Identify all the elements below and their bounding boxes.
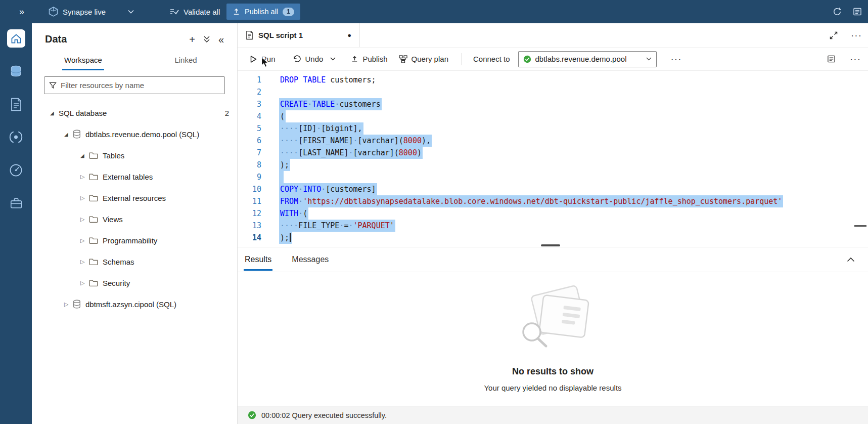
tab-linked[interactable]: Linked [134,49,237,71]
tree-row[interactable]: ▷dbtmsft.azsyn.cipool (SQL) [32,293,237,315]
environment-selector[interactable]: Synapse live [49,0,134,23]
tree-row[interactable]: ▷Views [32,208,237,230]
code-line[interactable]: 12WITH·( [238,207,868,220]
code-text: ····FILE_TYPE·=·'PARQUET' [279,220,395,232]
folder-icon [89,173,98,181]
publish-button[interactable]: Publish [351,55,387,63]
publish-icon [351,55,358,63]
run-button[interactable]: Run [250,55,276,63]
code-text: ····[ID]·[bigint], [279,122,363,135]
manage-nav-item[interactable] [7,194,25,212]
caret-collapsed-icon[interactable]: ▷ [80,195,89,201]
code-line[interactable]: 3CREATE·TABLE·customers [238,98,868,110]
tab-sql-script-1[interactable]: SQL script 1 ● [238,23,360,47]
caret-expanded-icon[interactable]: ◢ [64,132,73,137]
top-bar: » Synapse live Validate all Publish all … [0,0,868,23]
line-number: 14 [238,232,261,244]
panel-title: Data [45,33,67,45]
filter-input[interactable] [61,81,220,90]
monitor-nav-item[interactable] [7,161,25,179]
line-number: 4 [238,110,261,122]
publish-all-button[interactable]: Publish all 1 [226,4,300,20]
validate-icon [170,8,179,16]
code-line[interactable]: 8); [238,159,868,171]
refresh-button[interactable] [833,0,842,23]
environment-label: Synapse live [63,8,106,16]
query-plan-button[interactable]: Query plan [399,55,448,63]
code-line[interactable]: 9 [238,171,868,183]
resource-tree: ◢SQL database2◢dbtlabs.revenue.demo.pool… [32,102,237,315]
folder-icon [89,237,98,244]
code-line[interactable]: 11FROM·'https://dbtlabsynapsedatalake.bl… [238,195,868,207]
data-panel: Data + « Workspace Linked ◢SQL database2… [32,23,238,424]
code-line[interactable]: 5····[ID]·[bigint], [238,122,868,135]
expand-menu-label: » [19,7,24,17]
caret-collapsed-icon[interactable]: ▷ [64,301,73,308]
develop-nav-item[interactable] [7,95,25,113]
tree-row[interactable]: ▷Programmability [32,230,237,251]
data-nav-item[interactable] [7,62,25,80]
code-text: ); [279,159,290,171]
tree-row[interactable]: ▷External resources [32,187,237,208]
folder-icon [89,279,98,287]
scrollbar-thumb[interactable] [854,225,866,227]
develop-icon [10,98,22,111]
tree-row[interactable]: ◢dbtlabs.revenue.demo.pool (SQL) [32,123,237,145]
caret-expanded-icon[interactable]: ◢ [50,110,59,116]
code-line[interactable]: 1DROP TABLE customers; [238,74,868,86]
workspace-properties-button[interactable] [853,0,862,23]
database-icon [73,130,81,139]
code-text: ( [279,110,286,122]
tree-row[interactable]: ◢SQL database2 [32,102,237,123]
expand-menu-button[interactable]: » [19,0,24,23]
add-resource-button[interactable]: + [189,34,195,45]
caret-expanded-icon[interactable]: ◢ [80,153,89,158]
caret-collapsed-icon[interactable]: ▷ [80,216,89,223]
tree-row[interactable]: ◢Tables [32,145,237,166]
validate-all-button[interactable]: Validate all [170,0,220,23]
tree-row[interactable]: ▷External tables [32,166,237,187]
caret-collapsed-icon[interactable]: ▷ [80,237,89,244]
tree-row[interactable]: ▷Schemas [32,251,237,272]
code-editor[interactable]: 1DROP TABLE customers;23CREATE·TABLE·cus… [238,71,868,247]
code-line[interactable]: 10COPY·INTO·[customers] [238,183,868,195]
format-document-icon[interactable] [827,55,836,63]
code-line[interactable]: 6····[FIRST_NAME]·[varchar](8000), [238,135,868,147]
double-chevron-icon[interactable] [203,35,210,43]
tab-messages[interactable]: Messages [291,247,330,272]
collapse-panel-icon[interactable]: « [218,34,224,45]
toolbar-more-actions[interactable]: ··· [671,54,682,65]
caret-collapsed-icon[interactable]: ▷ [80,280,89,286]
code-line[interactable]: 2 [238,86,868,98]
split-resize-handle[interactable] [541,244,560,246]
refresh-icon [833,7,842,16]
integrate-nav-item[interactable] [7,128,25,146]
caret-collapsed-icon[interactable]: ▷ [80,174,89,180]
line-number: 7 [238,147,261,159]
code-line[interactable]: 14); [238,232,868,244]
connect-to-dropdown[interactable]: dbtlabs.revenue.demo.pool [518,51,657,67]
editor-toolbar: Run Undo Publish Query plan Connect to [238,48,868,71]
line-number: 6 [238,135,261,147]
code-line[interactable]: 7····[LAST_NAME]·[varchar](8000) [238,147,868,159]
line-number: 1 [238,74,261,86]
collapse-results-icon[interactable] [847,257,855,262]
sql-script-icon [246,30,253,40]
tree-row[interactable]: ▷Security [32,272,237,293]
code-text: ····[FIRST_NAME]·[varchar](8000), [279,135,432,147]
tab-results[interactable]: Results [244,247,272,272]
code-line[interactable]: 13····FILE_TYPE·=·'PARQUET' [238,220,868,232]
tab-workspace[interactable]: Workspace [32,49,134,71]
chevron-down-icon[interactable] [128,10,134,14]
undo-dropdown-chevron[interactable] [330,57,336,61]
home-nav-item[interactable] [7,29,25,48]
tab-more-actions[interactable]: ··· [851,30,862,41]
line-number: 12 [238,207,261,220]
undo-button[interactable]: Undo [293,55,324,63]
tree-item-label: Schemas [103,258,134,266]
expand-editor-icon[interactable] [830,31,838,39]
code-line[interactable]: 4( [238,110,868,122]
editor-more-actions[interactable]: ··· [850,54,861,65]
caret-collapsed-icon[interactable]: ▷ [80,259,89,265]
code-text: ····[LAST_NAME]·[varchar](8000) [279,147,423,159]
